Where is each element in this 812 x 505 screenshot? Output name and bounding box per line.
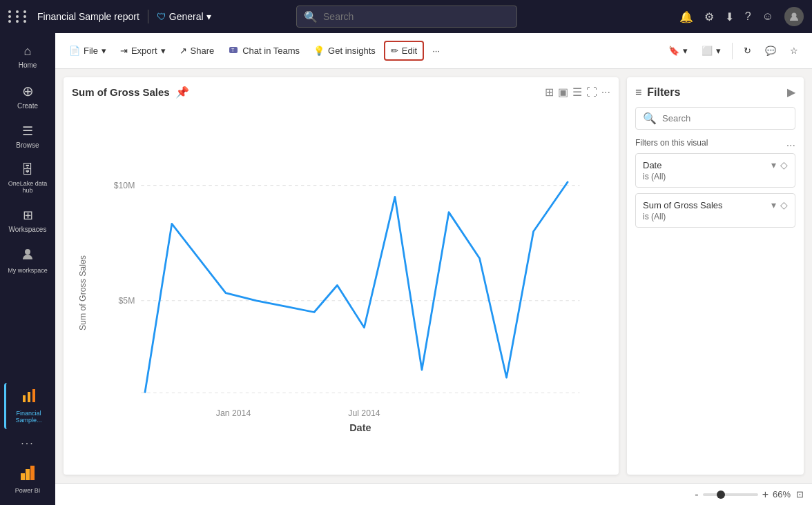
svg-rect-6 [26, 469, 30, 480]
feedback-smile-icon[interactable]: ☺ [762, 10, 773, 23]
topbar-divider [148, 10, 148, 23]
svg-text:Jan 2014: Jan 2014 [216, 408, 251, 418]
zoom-slider[interactable] [703, 493, 758, 496]
zoom-minus-button[interactable]: - [695, 488, 698, 501]
my-workspace-icon [21, 247, 35, 264]
app-launcher-icon[interactable] [8, 10, 29, 23]
chevron-down-icon: ▾ [206, 11, 211, 22]
fit-page-icon[interactable]: ⊡ [796, 489, 804, 499]
view-mode-button[interactable]: ⬜ ▾ [696, 42, 726, 59]
notification-bell-icon[interactable]: 🔔 [679, 10, 693, 23]
line-chart-svg: Sum of Gross Sales $10M $5M Jan 2014 Jul… [72, 104, 610, 466]
user-avatar[interactable] [784, 7, 804, 26]
workspace-selector[interactable]: 🛡 General ▾ [157, 11, 211, 22]
filter-gross-sales-icons: ▾ ◇ [771, 199, 788, 210]
workspaces-icon: ⊞ [23, 208, 33, 223]
toolbar-divider [732, 43, 733, 59]
refresh-icon: ↻ [744, 46, 751, 56]
sidebar-item-powerbi[interactable]: Power BI [4, 458, 51, 499]
chart-controls: ⊞ ▣ ☰ ⛶ ··· [545, 86, 610, 99]
filter-date-clear-icon[interactable]: ◇ [780, 159, 788, 170]
file-button[interactable]: 📄 File ▾ [64, 42, 112, 59]
filter-date-chevron-icon[interactable]: ▾ [771, 159, 776, 170]
more-icon: ··· [21, 437, 34, 450]
refresh-button[interactable]: ↻ [738, 42, 757, 59]
filter-card-date-header: Date ▾ ◇ [643, 159, 788, 170]
teams-icon: T [228, 44, 239, 57]
filter-gross-sales-clear-icon[interactable]: ◇ [780, 199, 788, 210]
star-icon: ☆ [790, 46, 798, 56]
chart-list-icon[interactable]: ☰ [572, 86, 582, 99]
svg-point-1 [25, 249, 30, 255]
chart-pin-icon[interactable]: 📌 [175, 86, 189, 99]
chart-panel: Sum of Gross Sales 📌 ⊞ ▣ ☰ ⛶ ··· Sum of … [55, 69, 812, 483]
chart-expand-icon[interactable]: ⊞ [545, 86, 554, 99]
sidebar-item-browse[interactable]: ☰ Browse [4, 118, 51, 155]
svg-text:Date: Date [349, 422, 371, 433]
chart-more-icon[interactable]: ··· [601, 86, 610, 99]
help-question-icon[interactable]: ? [745, 10, 751, 23]
svg-text:T: T [231, 48, 235, 52]
filter-gross-sales-chevron-icon[interactable]: ▾ [771, 199, 776, 210]
search-input[interactable] [323, 11, 510, 22]
chart-fullscreen-icon[interactable]: ⛶ [586, 86, 597, 99]
svg-rect-2 [23, 395, 26, 402]
edit-button[interactable]: ✏ Edit [384, 41, 424, 61]
zoom-plus-button[interactable]: + [762, 488, 768, 501]
file-chevron-icon: ▾ [102, 46, 106, 56]
more-options-button[interactable]: ··· [427, 42, 445, 59]
topbar-search-box[interactable]: 🔍 [296, 6, 517, 28]
sidebar-label-browse: Browse [16, 141, 39, 149]
sidebar-label-workspaces: Workspaces [9, 226, 47, 233]
sidebar-item-workspaces[interactable]: ⊞ Workspaces [4, 202, 51, 239]
sidebar-item-onelake[interactable]: 🗄 OneLake data hub [4, 157, 51, 199]
sidebar-label-home: Home [19, 61, 37, 69]
sidebar-label-financial: Financial Sample... [9, 410, 48, 424]
browse-icon: ☰ [22, 123, 33, 139]
chart-filter-icon[interactable]: ▣ [558, 86, 568, 99]
filter-card-gross-sales: Sum of Gross Sales ▾ ◇ is (All) [635, 193, 795, 228]
onelake-icon: 🗄 [21, 163, 34, 177]
export-button[interactable]: ⇥ Export ▾ [115, 42, 171, 59]
toolbar-right: 🔖 ▾ ⬜ ▾ ↻ 💬 ☆ [663, 42, 804, 59]
sidebar-item-create[interactable]: ⊕ Create [4, 77, 51, 115]
view-chevron-icon: ▾ [716, 46, 721, 56]
get-insights-button[interactable]: 💡 Get insights [308, 42, 381, 59]
edit-pencil-icon: ✏ [391, 46, 398, 56]
filters-search-box[interactable]: 🔍 [635, 107, 795, 130]
bottom-bar: - + 66% ⊡ [55, 483, 812, 505]
content-area: 📄 File ▾ ⇥ Export ▾ ↗ Share T Chat in Te… [55, 33, 812, 505]
filters-icon: ≡ [635, 86, 641, 99]
share-button[interactable]: ↗ Share [174, 42, 220, 59]
share-icon: ↗ [180, 46, 187, 56]
topbar-actions: 🔔 ⚙ ⬇ ? ☺ [679, 7, 804, 26]
sidebar-item-home[interactable]: ⌂ Home [4, 39, 51, 75]
filters-section-more-icon[interactable]: ··· [786, 139, 795, 152]
financial-chart-icon [21, 388, 37, 407]
sidebar-item-more[interactable]: ··· [4, 432, 51, 455]
filter-gross-sales-name: Sum of Gross Sales [643, 200, 723, 210]
sidebar-item-my-workspace[interactable]: My workspace [4, 241, 51, 279]
svg-text:$5M: $5M [119, 296, 135, 306]
ellipsis-icon: ··· [432, 46, 440, 56]
filters-panel: ≡ Filters ▶ 🔍 Filters on this visual ···… [627, 77, 804, 475]
star-button[interactable]: ☆ [784, 42, 804, 59]
filter-gross-sales-value: is (All) [643, 212, 788, 221]
workspace-name: General [169, 11, 204, 22]
chat-in-teams-button[interactable]: T Chat in Teams [222, 41, 305, 61]
sidebar-label-create: Create [17, 102, 38, 110]
insights-lightbulb-icon: 💡 [313, 46, 325, 56]
filter-card-gross-sales-header: Sum of Gross Sales ▾ ◇ [643, 199, 788, 210]
powerbi-logo-icon [18, 464, 37, 484]
filters-search-input[interactable] [662, 113, 788, 123]
filter-date-icons: ▾ ◇ [771, 159, 788, 170]
bookmark-button[interactable]: 🔖 ▾ [663, 42, 693, 59]
filters-expand-icon[interactable]: ▶ [787, 86, 795, 99]
svg-rect-4 [32, 389, 35, 402]
sidebar-item-financial[interactable]: Financial Sample... [4, 383, 51, 429]
settings-gear-icon[interactable]: ⚙ [704, 10, 714, 23]
comment-button[interactable]: 💬 [760, 42, 782, 59]
download-icon[interactable]: ⬇ [725, 10, 734, 23]
search-icon: 🔍 [304, 10, 318, 23]
sidebar: ⌂ Home ⊕ Create ☰ Browse 🗄 OneLake data … [0, 33, 55, 505]
